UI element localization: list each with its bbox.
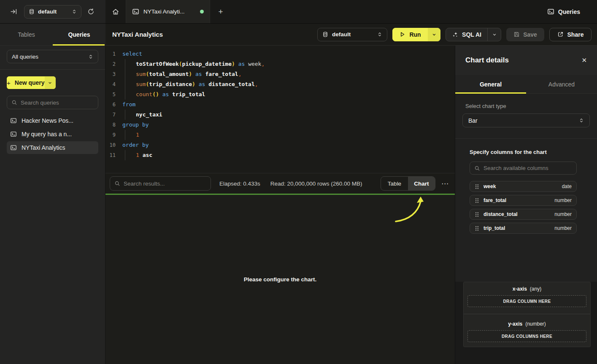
sidebar-tab-queries[interactable]: Queries xyxy=(53,24,105,45)
code-text[interactable]: toStartOfWeek(pickup_datetime) as week, xyxy=(122,59,265,69)
chevron-updown-icon xyxy=(579,118,584,123)
close-panel-button[interactable]: ✕ xyxy=(581,57,587,64)
plus-icon: + xyxy=(218,7,223,16)
drag-handle-icon[interactable] xyxy=(475,198,479,203)
view-tab-table[interactable]: Table xyxy=(381,177,408,190)
search-results-input[interactable] xyxy=(124,181,206,187)
column-type: number xyxy=(554,197,572,203)
column-name: trip_total xyxy=(484,225,505,231)
panel-divider xyxy=(455,138,597,139)
view-tab-chart[interactable]: Chart xyxy=(408,177,435,190)
sidebar-divider xyxy=(0,69,105,70)
query-item-label: My query has a n... xyxy=(22,131,72,138)
refresh-icon xyxy=(87,8,95,15)
sidebar-query-item[interactable]: My query has a n... xyxy=(7,128,98,140)
editor-toolbar: NYTaxi Analytics default xyxy=(105,24,597,45)
code-text[interactable]: from xyxy=(122,100,135,110)
query-title: NYTaxi Analytics xyxy=(112,31,163,38)
x-axis-drop-zone[interactable]: DRAG COLUMN HERE xyxy=(467,295,586,307)
plus-icon: + xyxy=(7,79,11,86)
code-text[interactable]: group by xyxy=(122,120,149,130)
share-button[interactable]: Share xyxy=(549,28,592,41)
y-axis-label: y-axis xyxy=(508,321,522,327)
code-text[interactable]: 1 xyxy=(122,130,139,140)
code-line: 8 group by xyxy=(105,120,455,130)
chevron-updown-icon xyxy=(88,54,93,59)
sql-ai-button[interactable]: SQL AI xyxy=(446,28,501,41)
chart-type-label: Select chart type xyxy=(465,103,587,109)
column-pill[interactable]: trip_total number xyxy=(470,223,577,234)
chevron-updown-icon xyxy=(377,32,382,37)
result-view-toggle: Table Chart xyxy=(381,176,435,191)
column-pill[interactable]: fare_total number xyxy=(470,195,577,206)
query-item-label: Hacker News Pos... xyxy=(22,117,73,124)
tab-general[interactable]: General xyxy=(455,75,526,93)
terminal-icon xyxy=(132,8,139,15)
arrow-to-line-icon xyxy=(10,8,17,15)
sql-editor[interactable]: 1 select 2 toStartOfWeek(pickup_datetime… xyxy=(105,46,455,173)
save-button-label: Save xyxy=(523,31,537,38)
top-tab-bar: default NYTaxi Analyti.. xyxy=(0,0,597,24)
run-button[interactable]: Run xyxy=(392,28,440,41)
query-filter-select[interactable]: All queries xyxy=(7,50,98,63)
tab-title: NYTaxi Analyti... xyxy=(143,8,196,15)
code-text[interactable]: select xyxy=(122,49,142,59)
drag-handle-icon[interactable] xyxy=(475,212,479,217)
run-dropdown-caret[interactable] xyxy=(428,28,440,41)
new-query-button[interactable]: + New query xyxy=(7,76,56,89)
save-button[interactable]: Save xyxy=(506,28,544,41)
drag-handle-icon[interactable] xyxy=(475,184,479,189)
line-number: 7 xyxy=(105,110,116,120)
tab-nytaxi-analytics[interactable]: NYTaxi Analyti... xyxy=(126,0,210,23)
results-more-button[interactable]: ⋯ xyxy=(441,180,449,187)
elapsed-time: Elapsed: 0.433s xyxy=(219,181,260,187)
column-pill[interactable]: distance_total number xyxy=(470,209,577,220)
save-icon xyxy=(513,31,520,38)
new-query-dropdown-caret[interactable] xyxy=(45,76,56,89)
code-line: 6 from xyxy=(105,100,455,110)
y-axis-drop-zone[interactable]: DRAG COLUMNS HERE xyxy=(467,330,586,342)
refresh-button[interactable] xyxy=(86,6,96,17)
run-button-label: Run xyxy=(409,31,421,38)
code-text[interactable]: sum(total_amount) as fare_total, xyxy=(122,69,241,79)
tab-advanced[interactable]: Advanced xyxy=(526,75,597,93)
chart-type-select[interactable]: Bar xyxy=(462,113,590,127)
share-button-label: Share xyxy=(567,31,584,38)
chart-details-panel: Chart details ✕ General Advanced Select … xyxy=(455,46,597,364)
database-selector-topbar[interactable]: default xyxy=(24,5,81,19)
home-tab[interactable] xyxy=(105,0,126,23)
code-text[interactable]: sum(trip_distance) as distance_total, xyxy=(122,79,258,89)
sidebar-search xyxy=(7,96,98,109)
queries-sidebar: All queries + New query Hacker News xyxy=(0,46,105,364)
code-text[interactable]: 1 asc xyxy=(122,150,152,160)
y-axis-zone: y-axis (number) DRAG COLUMNS HERE xyxy=(464,314,590,342)
code-line: 7 nyc_taxi xyxy=(105,110,455,120)
chart-tab-label: Chart xyxy=(414,181,429,187)
collapse-sidebar-button[interactable] xyxy=(8,6,19,17)
queries-nav-button[interactable]: Queries xyxy=(547,8,580,15)
sql-console-app: default NYTaxi Analyti.. xyxy=(0,0,597,364)
search-queries-input[interactable] xyxy=(21,100,94,106)
sidebar-query-item[interactable]: NYTaxi Analytics xyxy=(7,141,98,154)
column-pill[interactable]: week date xyxy=(470,181,577,192)
new-tab-button[interactable]: + xyxy=(210,0,231,23)
chevron-updown-icon xyxy=(72,9,77,14)
code-line: 4 sum(trip_distance) as distance_total, xyxy=(105,79,455,89)
search-columns-input[interactable] xyxy=(484,165,572,171)
code-text[interactable]: count() as trip_total xyxy=(122,89,205,100)
drag-handle-icon[interactable] xyxy=(475,226,479,231)
tables-tab-label: Tables xyxy=(18,31,35,38)
query-filter-value: All queries xyxy=(12,54,88,60)
sql-ai-dropdown-caret[interactable] xyxy=(487,28,501,41)
sidebar-query-item[interactable]: Hacker News Pos... xyxy=(7,114,98,127)
code-text[interactable]: nyc_taxi xyxy=(122,110,162,120)
tab-strip: NYTaxi Analyti... + Queries xyxy=(105,0,597,23)
close-icon: ✕ xyxy=(581,57,587,64)
query-item-label: NYTaxi Analytics xyxy=(22,144,65,151)
database-selector-toolbar[interactable]: default xyxy=(317,28,387,41)
code-line: 3 sum(total_amount) as fare_total, xyxy=(105,69,455,79)
code-line: 2 toStartOfWeek(pickup_datetime) as week… xyxy=(105,59,455,69)
code-text[interactable]: order by xyxy=(122,140,149,150)
sidebar-tab-tables[interactable]: Tables xyxy=(0,24,53,45)
database-icon xyxy=(322,31,328,38)
